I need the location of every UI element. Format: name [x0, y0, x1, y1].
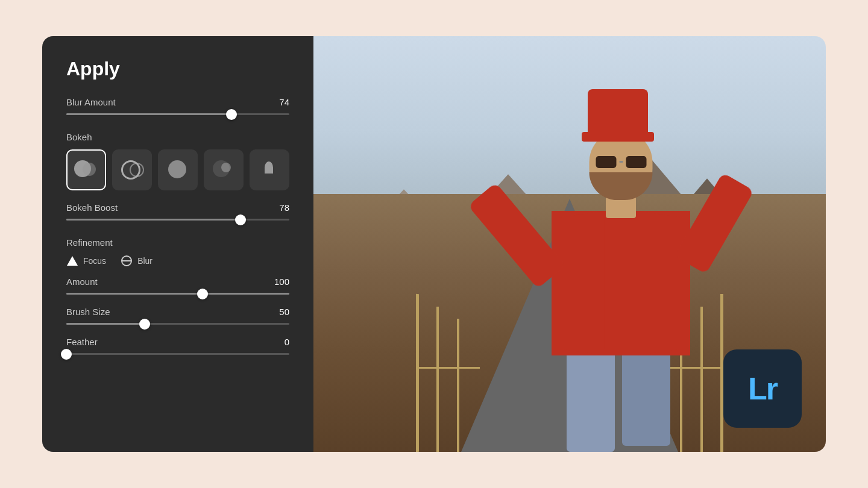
blur-amount-thumb[interactable]	[226, 109, 237, 120]
bokeh-boost-label: Bokeh Boost	[66, 202, 118, 213]
amount-fill	[66, 293, 289, 295]
bokeh-shape-circles-icon	[73, 157, 99, 183]
bokeh-option-3[interactable]	[158, 149, 198, 190]
blur-icon	[121, 255, 133, 267]
feather-header: Feather 0	[66, 337, 289, 347]
bokeh-boost-thumb[interactable]	[235, 214, 246, 225]
fence-rail-left	[416, 367, 480, 369]
fence-post-left-3	[457, 319, 459, 452]
focus-icon	[66, 255, 78, 267]
bokeh-label: Bokeh	[66, 132, 289, 142]
jacket-body	[552, 211, 690, 355]
fence-post-left-2	[436, 307, 439, 452]
bokeh-options	[66, 149, 289, 190]
blur-amount-label: Blur Amount	[66, 97, 116, 107]
left-panel: Apply Blur Amount 74 Bokeh	[42, 36, 313, 452]
sunglasses	[596, 156, 646, 168]
bokeh-boost-header: Bokeh Boost 78	[66, 202, 289, 213]
brush-size-value: 50	[279, 307, 289, 317]
hat-body	[588, 89, 648, 134]
focus-option[interactable]: Focus	[66, 255, 106, 267]
bokeh-option-2[interactable]	[112, 149, 152, 190]
amount-header: Amount 100	[66, 277, 289, 287]
triangle-icon	[67, 256, 78, 266]
glass-left	[596, 156, 616, 168]
brush-size-label: Brush Size	[66, 307, 110, 317]
blur-amount-fill	[66, 113, 231, 115]
blur-label: Blur	[137, 256, 153, 266]
refinement-options: Focus Blur	[66, 255, 289, 267]
brush-size-track	[66, 323, 289, 325]
main-container: Apply Blur Amount 74 Bokeh	[42, 36, 826, 452]
bokeh-boost-section: Bokeh Boost 78	[66, 202, 289, 225]
right-panel: Lr	[313, 36, 826, 452]
blur-option[interactable]: Blur	[121, 255, 153, 267]
hat-container	[588, 89, 654, 142]
feather-track	[66, 353, 289, 355]
blur-amount-track	[66, 113, 289, 115]
bokeh-shape-dark-icon	[210, 157, 237, 183]
blur-circle-icon	[121, 255, 132, 266]
blur-amount-section: Blur Amount 74	[66, 97, 289, 120]
fence-post-left-1	[416, 294, 419, 452]
panel-title: Apply	[66, 58, 289, 80]
brush-size-thumb[interactable]	[139, 319, 150, 330]
bokeh-shape-solid-icon	[165, 157, 191, 183]
brush-size-header: Brush Size 50	[66, 307, 289, 317]
glass-right	[626, 156, 646, 168]
photo-area: Lr	[313, 36, 826, 452]
refinement-label: Refinement	[66, 237, 289, 248]
hair	[590, 172, 653, 200]
person-container	[493, 69, 749, 452]
bokeh-shape-rings-icon	[119, 157, 145, 183]
feather-value: 0	[285, 337, 289, 347]
bokeh-shape-wedge-icon	[256, 157, 283, 183]
amount-label: Amount	[66, 277, 98, 287]
feather-section: Feather 0	[66, 337, 289, 355]
bokeh-boost-track	[66, 219, 289, 221]
jacket-left	[559, 211, 605, 355]
feather-thumb[interactable]	[61, 349, 72, 360]
bokeh-section: Bokeh	[66, 132, 289, 190]
brush-size-fill	[66, 323, 145, 325]
amount-value: 100	[274, 277, 289, 287]
bokeh-option-5[interactable]	[250, 149, 289, 190]
lr-logo-text: Lr	[748, 371, 777, 407]
refinement-section: Refinement Focus Blur Amou	[66, 237, 289, 367]
brush-size-section: Brush Size 50	[66, 307, 289, 325]
blur-amount-header: Blur Amount 74	[66, 97, 289, 107]
amount-section: Amount 100	[66, 277, 289, 295]
bokeh-option-1[interactable]	[66, 149, 106, 190]
jacket-right	[638, 211, 683, 355]
lr-logo: Lr	[723, 349, 802, 428]
bokeh-boost-fill	[66, 219, 241, 221]
amount-thumb[interactable]	[197, 289, 208, 299]
bokeh-boost-value: 78	[279, 202, 289, 213]
feather-label: Feather	[66, 337, 98, 347]
amount-track	[66, 293, 289, 295]
bokeh-option-4[interactable]	[204, 149, 244, 190]
blur-amount-value: 74	[279, 97, 289, 107]
hat-brim	[582, 132, 654, 142]
glasses-bridge	[619, 161, 623, 163]
focus-label: Focus	[83, 256, 106, 266]
